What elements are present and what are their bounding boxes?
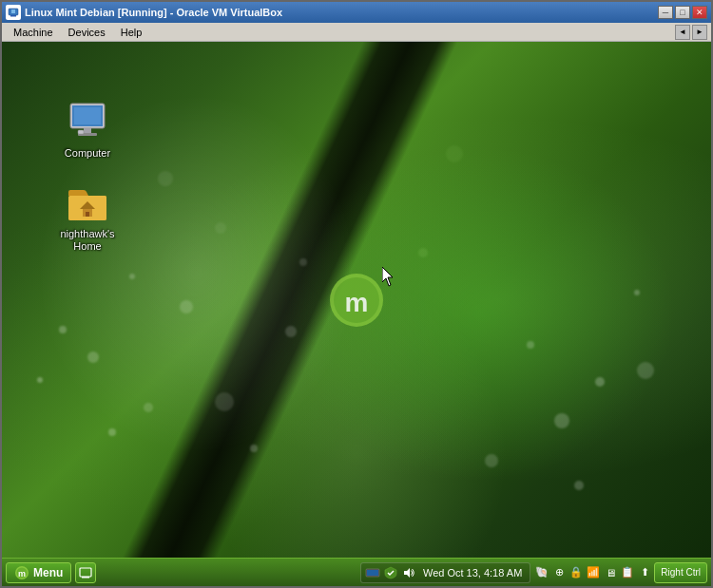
mint-menu-icon: m <box>14 565 29 580</box>
vbox-menubar: Machine Devices Help ◄ ► <box>2 23 711 42</box>
bokeh-8 <box>215 392 234 411</box>
vbox-menu-devices[interactable]: Devices <box>61 25 113 40</box>
svg-rect-23 <box>367 570 378 576</box>
svg-rect-8 <box>74 107 101 124</box>
svg-rect-16 <box>86 212 89 217</box>
tray-icon-1[interactable]: 🐚 <box>534 565 549 580</box>
linux-desktop[interactable]: m Computer <box>2 42 711 558</box>
vbox-menu-help[interactable]: Help <box>113 25 150 40</box>
close-button[interactable]: ✕ <box>692 6 707 19</box>
home-folder-icon-image <box>65 179 110 224</box>
tray-network-icon[interactable] <box>365 565 380 580</box>
vbox-controls: ◄ ► <box>675 25 707 40</box>
title-left: Linux Mint Debian [Running] - Oracle VM … <box>6 5 282 20</box>
vbox-ctrl-btn-1[interactable]: ◄ <box>675 25 690 40</box>
menu-button[interactable]: m Menu <box>6 562 71 583</box>
bokeh-10 <box>285 326 297 337</box>
desktop-icon-home[interactable]: nighthawk's Home <box>49 175 125 256</box>
svg-rect-11 <box>78 130 84 134</box>
bokeh-12 <box>595 377 605 387</box>
title-bar: Linux Mint Debian [Running] - Oracle VM … <box>2 2 711 23</box>
bokeh-22 <box>446 145 463 162</box>
bokeh-2 <box>87 351 99 363</box>
bokeh-16 <box>637 362 654 379</box>
title-text: Linux Mint Debian [Running] - Oracle VM … <box>25 7 282 18</box>
tray-icon-3[interactable]: 🔒 <box>568 565 584 580</box>
tray-icon-5[interactable]: 🖥 <box>603 565 618 580</box>
tray-icon-6[interactable]: 📋 <box>620 565 635 580</box>
minimize-button[interactable]: ─ <box>658 6 673 19</box>
maximize-button[interactable]: □ <box>675 6 690 19</box>
taskbar-right: Wed Oct 13, 4:18 AM 🐚 ⊕ 🔒 📶 🖥 📋 ⬆ Right … <box>360 562 707 583</box>
home-icon-label: nighthawk's Home <box>53 228 122 253</box>
bokeh-6 <box>180 300 193 313</box>
svg-rect-1 <box>10 15 16 17</box>
show-desktop-button[interactable] <box>75 562 96 583</box>
vbox-ctrl-btn-2[interactable]: ► <box>692 25 707 40</box>
svg-text:m: m <box>18 568 26 578</box>
tray-icon-4[interactable]: 📶 <box>586 565 601 580</box>
tray-volume-icon[interactable] <box>401 565 416 580</box>
virtualbox-window: Linux Mint Debian [Running] - Oracle VM … <box>0 0 713 588</box>
svg-rect-2 <box>11 9 15 13</box>
bokeh-9 <box>250 445 258 452</box>
bokeh-1 <box>59 326 67 333</box>
mint-logo: m <box>328 272 385 329</box>
clock-display[interactable]: Wed Oct 13, 4:18 AM <box>419 567 526 579</box>
bokeh-17 <box>574 481 584 490</box>
computer-icon-label: Computer <box>65 147 110 160</box>
title-buttons: ─ □ ✕ <box>658 6 707 19</box>
svg-marker-24 <box>404 568 410 578</box>
system-tray: Wed Oct 13, 4:18 AM <box>360 562 530 583</box>
bokeh-23 <box>418 248 428 257</box>
app-icon <box>6 5 21 20</box>
right-ctrl-button[interactable]: Right Ctrl <box>654 562 707 583</box>
menu-label: Menu <box>33 566 63 579</box>
svg-rect-20 <box>80 568 91 577</box>
svg-text:m: m <box>345 288 369 317</box>
desktop-icon-computer[interactable]: Computer <box>49 94 125 163</box>
tray-security-icon[interactable] <box>383 565 398 580</box>
tray-icon-7[interactable]: ⬆ <box>637 565 652 580</box>
bokeh-20 <box>158 171 173 186</box>
taskbar: m Menu <box>2 558 711 586</box>
svg-rect-21 <box>82 577 89 579</box>
computer-icon-image <box>65 98 110 143</box>
bokeh-21 <box>215 222 226 234</box>
tray-icon-2[interactable]: ⊕ <box>551 565 567 580</box>
bokeh-13 <box>527 341 534 349</box>
bokeh-11 <box>554 413 569 428</box>
vbox-menu-machine[interactable]: Machine <box>6 25 61 40</box>
